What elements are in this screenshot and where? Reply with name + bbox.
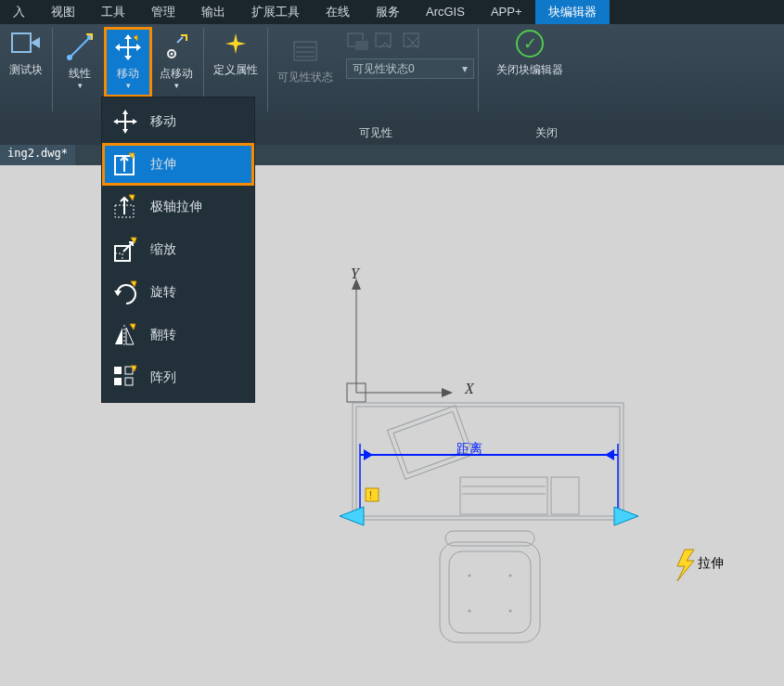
svg-text:!: ! xyxy=(369,490,372,500)
point-move-button[interactable]: 点移动 ▾ xyxy=(153,28,199,97)
svg-rect-32 xyxy=(551,477,579,514)
dd-item-polar-stretch[interactable]: 极轴拉伸 xyxy=(102,186,254,228)
polar-stretch-icon xyxy=(111,193,139,221)
svg-point-41 xyxy=(469,575,471,577)
svg-rect-19 xyxy=(114,378,122,385)
rotate-icon xyxy=(111,278,139,306)
dd-item-flip[interactable]: 翻转 xyxy=(102,314,254,356)
svg-rect-39 xyxy=(449,551,531,633)
chevron-down-icon: ▾ xyxy=(78,82,83,89)
svg-rect-6 xyxy=(294,42,316,60)
svg-rect-40 xyxy=(445,531,534,546)
define-attribute-button[interactable]: 定义属性 xyxy=(208,24,263,93)
menu-tools[interactable]: 工具 xyxy=(88,0,138,24)
linear-param-button[interactable]: 线性 ▾ xyxy=(57,28,103,97)
dd-item-scale[interactable]: 缩放 xyxy=(102,228,254,271)
move-icon xyxy=(111,108,139,136)
visibility-state-button: 可见性状态 xyxy=(272,32,339,84)
menu-app[interactable]: APP+ xyxy=(478,0,535,24)
visibility-dropdown[interactable]: 可见性状态0 ▾ xyxy=(346,58,474,79)
svg-rect-29 xyxy=(460,477,547,514)
chevron-down-icon: ▾ xyxy=(174,82,179,89)
check-circle-icon: ✓ xyxy=(514,28,546,59)
sparkle-icon xyxy=(220,28,251,59)
stretch-icon xyxy=(111,150,139,178)
svg-rect-21 xyxy=(125,378,133,385)
svg-rect-20 xyxy=(125,367,133,374)
svg-rect-36 xyxy=(366,488,379,501)
svg-line-1 xyxy=(70,37,90,58)
vis-icon-1 xyxy=(346,32,370,55)
flip-icon xyxy=(111,321,139,349)
move-icon xyxy=(112,32,144,63)
point-move-icon xyxy=(161,32,192,63)
list-icon xyxy=(289,35,321,67)
close-block-editor-button[interactable]: ✓ 关闭块编辑器 xyxy=(483,24,576,93)
menu-output[interactable]: 输出 xyxy=(188,0,238,24)
move-action-button[interactable]: 移动 ▾ xyxy=(105,28,151,97)
menu-online[interactable]: 在线 xyxy=(313,0,363,24)
svg-rect-26 xyxy=(356,407,620,516)
svg-rect-11 xyxy=(355,41,368,50)
vis-icon-2 xyxy=(374,32,398,55)
dimension-label: 距离 xyxy=(456,441,482,458)
document-tab[interactable]: ing2.dwg* xyxy=(0,145,75,165)
chevron-down-icon: ▾ xyxy=(126,82,131,89)
svg-point-5 xyxy=(171,53,174,56)
move-dropdown-menu: 移动 拉伸 极轴拉伸 缩放 旋转 翻转 阵列 xyxy=(101,97,255,403)
scale-icon xyxy=(111,236,139,264)
menu-arcgis[interactable]: ArcGIS xyxy=(413,0,478,24)
test-block-button[interactable]: 测试块 xyxy=(0,24,54,93)
menu-bar: 入 视图 工具 管理 输出 扩展工具 在线 服务 ArcGIS APP+ 块编辑… xyxy=(0,0,784,24)
menu-insert[interactable]: 入 xyxy=(0,0,38,24)
svg-rect-25 xyxy=(353,403,623,520)
svg-rect-17 xyxy=(115,253,122,261)
panel-label-visibility: 可见性 xyxy=(257,121,495,145)
svg-rect-38 xyxy=(440,542,540,642)
axis-label-x: X xyxy=(465,381,474,397)
svg-point-2 xyxy=(67,55,72,60)
svg-point-43 xyxy=(469,610,471,613)
test-block-icon xyxy=(10,28,42,59)
dd-item-array[interactable]: 阵列 xyxy=(102,356,254,399)
svg-rect-0 xyxy=(12,33,31,52)
dd-item-move[interactable]: 移动 xyxy=(102,100,254,143)
chevron-down-icon: ▾ xyxy=(462,62,468,75)
svg-point-44 xyxy=(509,610,512,613)
menu-manage[interactable]: 管理 xyxy=(138,0,188,24)
action-tooltip: 拉伸 xyxy=(698,555,724,572)
array-icon xyxy=(111,364,139,392)
menu-blockeditor[interactable]: 块编辑器 xyxy=(535,0,610,24)
panel-label-close: 关闭 xyxy=(495,121,598,145)
linear-icon xyxy=(64,32,96,63)
dd-item-stretch[interactable]: 拉伸 xyxy=(102,143,254,186)
menu-view[interactable]: 视图 xyxy=(38,0,88,24)
dd-item-rotate[interactable]: 旋转 xyxy=(102,271,254,314)
vis-icon-3 xyxy=(402,32,426,55)
menu-service[interactable]: 服务 xyxy=(363,0,413,24)
svg-rect-18 xyxy=(114,367,122,374)
svg-point-42 xyxy=(509,575,512,577)
axis-label-y: Y xyxy=(351,265,359,282)
menu-ext[interactable]: 扩展工具 xyxy=(238,0,313,24)
